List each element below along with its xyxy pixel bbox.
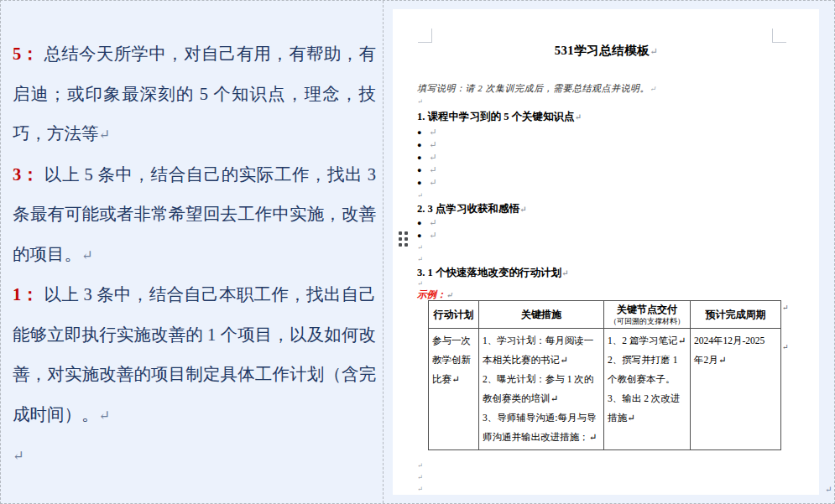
section-heading-2: 2. 3 点学习收获和感悟↵ <box>417 202 526 216</box>
bullet-item: ●↵ <box>417 177 437 188</box>
document-title-text: 531学习总结模板 <box>555 44 650 57</box>
panel-divider <box>383 1 384 503</box>
drag-handle-icon[interactable] <box>399 231 408 247</box>
cell-expected-period: 2024年12月-2025 年2月↵ <box>691 329 781 450</box>
fill-instruction-text: 填写说明：请 2 次集训完成后，需要总结观点并说明。 <box>417 83 650 93</box>
empty-line: ↵ <box>417 242 423 252</box>
note-paragraph-3: 3：以上 5 条中，结合自己的实际工作，找出 3 条最有可能或者非常希望回去工作… <box>13 155 376 276</box>
notes-panel: 5：总结今天所学中，对自己有用，有帮助，有启迪；或印象最深刻的 5 个知识点，理… <box>13 34 376 476</box>
empty-line: ↵ <box>417 484 423 493</box>
paragraph-mark: ↵ <box>650 46 658 57</box>
split-view: 5：总结今天所学中，对自己有用，有帮助，有启迪；或印象最深刻的 5 个知识点，理… <box>0 0 835 504</box>
section-heading-text: 2. 3 点学习收获和感悟 <box>417 203 519 215</box>
row-end-mark: ↵ <box>782 343 789 351</box>
paragraph-mark: ↵ <box>417 474 423 481</box>
bullet-icon: ● <box>417 166 421 174</box>
bullet-icon: ● <box>417 219 421 227</box>
bullet-icon: ● <box>417 128 421 137</box>
bullet-item: ●↵ <box>417 230 437 241</box>
bullet-icon: ● <box>417 153 421 162</box>
paragraph-mark: ↵ <box>561 268 568 278</box>
bullet-item: ●↵ <box>417 217 437 228</box>
cell-key-deliverables: 1、2 篇学习笔记↵ 2、撰写并打磨 1 个教创赛本子。 3、输出 2 次改进 … <box>604 329 691 450</box>
empty-line: ↵ <box>417 460 423 470</box>
table-row: 参与一次教学创新比赛↵ 1、学习计划：每月阅读一 本相关比赛的书记↵ 2、曝光计… <box>429 329 781 450</box>
bullet-item: ●↵ <box>417 164 437 175</box>
paragraph-mark: ↵ <box>417 192 423 200</box>
table-header-row: 行动计划 关键措施 关键节点交付（可回溯的支撑材料） 预计完成周期 <box>429 301 781 329</box>
section-heading-text: 1. 课程中学习到的 5 个关键知识点 <box>417 111 575 122</box>
paragraph-mark: ↵ <box>519 205 526 214</box>
paragraph-mark: ↵ <box>429 217 436 227</box>
note-text: 以上 5 条中，结合自己的实际工作，找出 3 条最有可能或者非常希望回去工作中实… <box>13 165 376 263</box>
margin-corner-top-right <box>772 29 786 43</box>
paragraph-mark: ↵ <box>429 164 436 174</box>
header-deliverables-subtext: （可回溯的支撑材料） <box>606 317 688 326</box>
fill-instruction: 填写说明：请 2 次集训完成后，需要总结观点并说明。↵ <box>417 82 656 95</box>
empty-line: ↵ <box>417 278 423 288</box>
sample-label-text: 示例： <box>417 289 446 299</box>
paragraph-mark: ↵ <box>417 486 423 493</box>
paragraph-mark: ↵ <box>446 291 453 299</box>
row-end-mark: ↵ <box>782 304 789 312</box>
header-key-measures: 关键措施 <box>479 301 604 329</box>
empty-line: ↵ <box>417 472 423 481</box>
paragraph-mark: ↵ <box>417 256 423 263</box>
paragraph-mark: ↵ <box>429 139 436 149</box>
sample-label: 示例：↵ <box>417 288 452 301</box>
document-page: 531学习总结模板↵ 填写说明：请 2 次集训完成后，需要总结观点并说明。↵ ↵… <box>393 9 819 495</box>
bullet-item: ●↵ <box>417 139 437 150</box>
paragraph-mark: ↵ <box>417 244 423 252</box>
header-expected-period: 预计完成周期 <box>691 301 781 329</box>
note-number-1: 1： <box>13 285 39 304</box>
empty-line: ↵ <box>417 254 423 263</box>
empty-paragraph: ↵ <box>13 435 376 476</box>
note-paragraph-5: 5：总结今天所学中，对自己有用，有帮助，有启迪；或印象最深刻的 5 个知识点，理… <box>13 34 376 155</box>
note-text: 总结今天所学中，对自己有用，有帮助，有启迪；或印象最深刻的 5 个知识点，理念，… <box>13 44 376 143</box>
cell-action-plan: 参与一次教学创新比赛↵ <box>429 329 479 450</box>
paragraph-mark: ↵ <box>99 127 111 143</box>
paragraph-mark: ↵ <box>429 152 436 162</box>
bullet-item: ●↵ <box>417 152 437 163</box>
paragraph-mark: ↵ <box>13 448 24 464</box>
empty-line: ↵ <box>417 96 423 106</box>
paragraph-mark: ↵ <box>81 247 93 263</box>
bullet-icon: ● <box>417 231 421 240</box>
paragraph-mark: ↵ <box>417 462 423 470</box>
note-paragraph-1: 1：以上 3 条中，结合自己本职工作，找出自己能够立即执行实施改善的 1 个项目… <box>13 275 376 435</box>
section-heading-1: 1. 课程中学习到的 5 个关键知识点↵ <box>417 110 582 124</box>
empty-line: ↵ <box>417 190 423 200</box>
header-key-deliverables-text: 关键节点交付 <box>617 304 677 315</box>
paragraph-mark: ↵ <box>575 112 582 122</box>
paragraph-mark: ↵ <box>99 408 111 423</box>
note-number-3: 3： <box>13 165 39 184</box>
bullet-icon: ● <box>417 179 421 187</box>
note-number-5: 5： <box>13 44 39 63</box>
header-key-deliverables: 关键节点交付（可回溯的支撑材料） <box>604 301 691 329</box>
section-heading-text: 3. 1 个快速落地改变的行动计划 <box>417 267 561 278</box>
paragraph-mark: ↵ <box>417 280 423 288</box>
document-title: 531学习总结模板↵ <box>417 43 796 59</box>
section-heading-3: 3. 1 个快速落地改变的行动计划↵ <box>417 266 568 280</box>
margin-corner-top-left <box>418 29 432 43</box>
paragraph-mark: ↵ <box>825 485 832 494</box>
action-plan-table: 行动计划 关键措施 关键节点交付（可回溯的支撑材料） 预计完成周期 参与一次教学… <box>428 300 781 450</box>
cell-key-measures: 1、学习计划：每月阅读一 本相关比赛的书记↵ 2、曝光计划：参与 1 次的 教创… <box>479 329 604 450</box>
paragraph-mark: ↵ <box>429 127 436 137</box>
paragraph-mark: ↵ <box>650 85 656 93</box>
paragraph-mark: ↵ <box>429 177 436 187</box>
note-text: 以上 3 条中，结合自己本职工作，找出自己能够立即执行实施改善的 1 个项目，以… <box>13 285 376 423</box>
paragraph-mark: ↵ <box>417 98 423 106</box>
header-action-plan: 行动计划 <box>429 301 479 329</box>
paragraph-mark: ↵ <box>429 230 436 240</box>
bullet-icon: ● <box>417 141 421 149</box>
bullet-item: ●↵ <box>417 127 437 138</box>
